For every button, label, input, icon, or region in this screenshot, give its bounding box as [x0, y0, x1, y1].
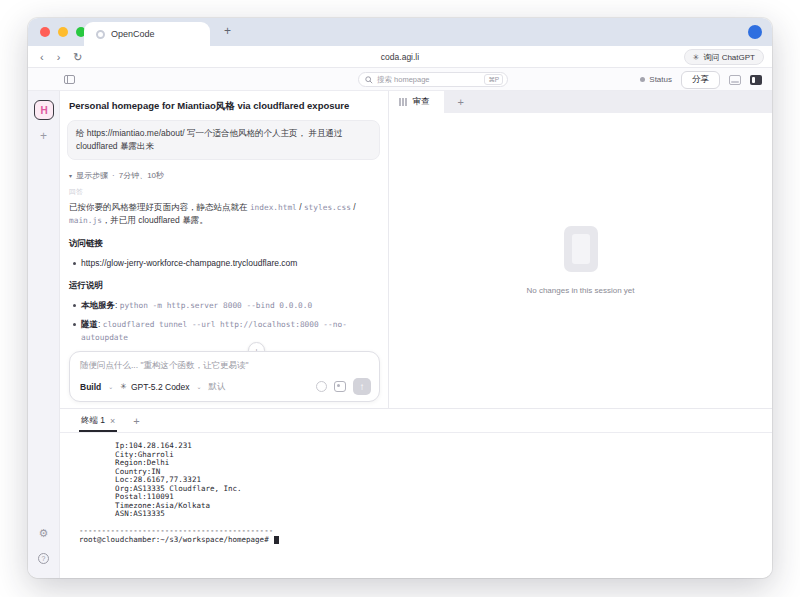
- traffic-lights: [40, 27, 86, 37]
- terminal-cursor: [274, 536, 279, 544]
- bullet-icon: [73, 304, 76, 307]
- tunnel-link[interactable]: https://glow-jerry-workforce-champagne.t…: [81, 257, 297, 270]
- tab-terminal-1[interactable]: 终端 1 ×: [79, 409, 117, 432]
- links-heading: 访问链接: [67, 238, 380, 250]
- attach-image-icon[interactable]: [334, 381, 346, 392]
- send-button[interactable]: ↑: [353, 378, 371, 395]
- terminal-line: Org:AS13335 Cloudflare, Inc.: [79, 485, 772, 494]
- inline-code: python -m http.server 8000 --bind 0.0.0.…: [120, 301, 312, 310]
- status-indicator[interactable]: Status: [640, 75, 672, 84]
- search-placeholder: 搜索 homepage: [377, 75, 480, 85]
- main-column: Personal homepage for Miantiao风格 via clo…: [60, 91, 772, 578]
- terminal-line: Ip:104.28.164.231: [79, 442, 772, 451]
- composer-placeholder: 随便问点什么... "重构这个函数，让它更易读": [70, 352, 379, 372]
- model-icon: ✳: [120, 382, 127, 391]
- close-window-button[interactable]: [40, 27, 50, 37]
- browser-window: OpenCode + ‹ › ↻ coda.agi.li ✳ 询问 ChatGP…: [28, 18, 772, 578]
- status-label: Status: [649, 75, 672, 84]
- bullet-icon: [73, 323, 76, 326]
- inline-code: cloudflared tunnel --url http://localhos…: [81, 320, 347, 342]
- review-empty-state: No changes in this session yet: [389, 113, 772, 408]
- tab-title: OpenCode: [111, 29, 155, 39]
- new-workspace-button[interactable]: +: [28, 129, 59, 143]
- ask-chatgpt-label: 询问 ChatGPT: [703, 52, 755, 63]
- tab-review[interactable]: 审查: [389, 91, 444, 113]
- mode-dropdown[interactable]: Build: [80, 382, 101, 392]
- voice-ring-icon[interactable]: [316, 381, 327, 392]
- inline-code: main.js: [69, 216, 102, 225]
- browser-tab-opencode[interactable]: OpenCode: [84, 22, 210, 46]
- empty-document-icon: [564, 226, 598, 272]
- chatgpt-icon: ✳: [693, 53, 700, 62]
- session-title: Personal homepage for Miantiao风格 via clo…: [67, 100, 380, 113]
- review-tab-bar: 审查 +: [389, 91, 772, 113]
- search-input[interactable]: 搜索 homepage ⌘P: [358, 72, 508, 87]
- review-tab-label: 审查: [413, 96, 430, 108]
- bullet-icon: [73, 262, 76, 265]
- show-steps-label: 显示步骤: [76, 170, 108, 181]
- terminal-line: Timezone:Asia/Kolkata: [79, 502, 772, 511]
- search-icon: [365, 76, 373, 84]
- inline-code: index.html: [250, 203, 297, 212]
- review-panel: 审查 + No changes in this session yet: [389, 91, 772, 408]
- terminal-tab-bar: 终端 1 × +: [60, 409, 772, 433]
- prompt-text: root@cloudchamber:~/s3/workspace/homepag…: [79, 536, 273, 545]
- close-icon[interactable]: ×: [110, 416, 115, 426]
- terminal-line: City:Gharroli: [79, 451, 772, 460]
- chevron-down-icon: ▾: [69, 172, 72, 179]
- minimize-window-button[interactable]: [58, 27, 68, 37]
- terminal-panel: 终端 1 × + Ip:104.28.164.231 City:Gharroli…: [60, 408, 772, 578]
- settings-gear-icon[interactable]: ⚙: [28, 527, 59, 540]
- diff-columns-icon: [399, 98, 407, 106]
- chevron-down-icon: ⌄: [197, 383, 202, 390]
- list-item: 本地服务: python -m http.server 8000 --bind …: [69, 299, 380, 312]
- list-item: 隧道: cloudflared tunnel --url http://loca…: [69, 318, 380, 344]
- terminal-line: Region:Delhi: [79, 459, 772, 468]
- app-body: H + ⚙ ? Personal homepage for Miantiao风格…: [28, 91, 772, 578]
- assistant-summary: 已按你要的风格整理好页面内容，静态站点就在 index.html / style…: [67, 201, 380, 228]
- steps-duration: 7分钟、10秒: [119, 170, 164, 181]
- inline-code: styles.css: [304, 203, 351, 212]
- model-dropdown[interactable]: ✳ GPT-5.2 Codex: [120, 382, 189, 392]
- bottom-panel-toggle-icon[interactable]: [729, 75, 741, 85]
- tab-favicon-icon: [96, 30, 105, 39]
- list-item: https://glow-jerry-workforce-champagne.t…: [69, 257, 380, 270]
- chat-panel: Personal homepage for Miantiao风格 via clo…: [60, 91, 389, 408]
- message-composer[interactable]: 随便问点什么... "重构这个函数，让它更易读" Build ⌄ ✳ GPT-5…: [69, 351, 380, 402]
- share-button[interactable]: 分享: [681, 71, 720, 89]
- terminal-tab-label: 终端 1: [81, 415, 105, 427]
- steps-separator: ·: [112, 171, 115, 180]
- user-message: 给 https://miantiao.me/about/ 写一个适合他风格的个人…: [67, 120, 380, 160]
- right-panel-toggle-icon[interactable]: [750, 75, 762, 85]
- terminal-line: ASN:AS13335: [79, 510, 772, 519]
- status-dot-icon: [640, 77, 645, 82]
- app-header: 搜索 homepage ⌘P Status 分享: [28, 68, 772, 91]
- ask-chatgpt-button[interactable]: ✳ 询问 ChatGPT: [684, 49, 764, 65]
- chevron-down-icon: ⌄: [108, 383, 113, 390]
- empty-state-text: No changes in this session yet: [526, 286, 634, 295]
- sidebar-toggle-icon[interactable]: [64, 75, 75, 84]
- browser-profile-avatar[interactable]: [748, 25, 762, 39]
- browser-toolbar: ‹ › ↻ coda.agi.li ✳ 询问 ChatGPT: [28, 46, 772, 68]
- arrow-up-icon: ↑: [360, 381, 365, 392]
- answer-label: 回答: [67, 187, 380, 197]
- terminal-output[interactable]: Ip:104.28.164.231 City:Gharroli Region:D…: [60, 433, 772, 578]
- browser-tab-strip: OpenCode +: [28, 18, 772, 46]
- run-heading: 运行说明: [67, 280, 380, 292]
- help-icon[interactable]: ?: [38, 553, 49, 564]
- search-shortcut-badge: ⌘P: [484, 74, 503, 85]
- terminal-prompt: root@cloudchamber:~/s3/workspace/homepag…: [79, 536, 772, 545]
- new-tab-button[interactable]: +: [224, 24, 231, 38]
- workspace-sidebar: H + ⚙ ?: [28, 91, 60, 578]
- show-steps-toggle[interactable]: ▾ 显示步骤 · 7分钟、10秒: [67, 170, 380, 181]
- address-bar[interactable]: coda.agi.li: [28, 46, 772, 68]
- add-review-tab-button[interactable]: +: [444, 91, 478, 113]
- workspace-avatar[interactable]: H: [34, 100, 54, 120]
- add-terminal-button[interactable]: +: [133, 415, 139, 427]
- preset-label: 默认: [209, 381, 226, 393]
